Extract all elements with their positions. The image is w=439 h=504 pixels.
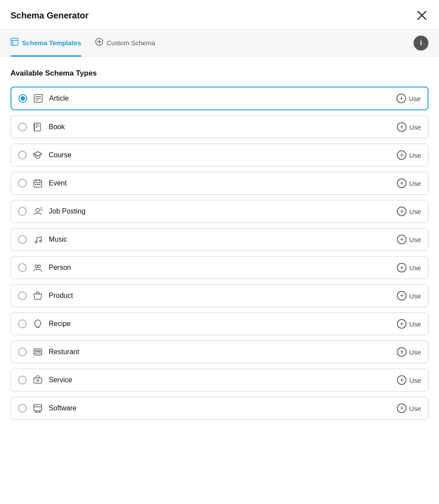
schema-item-service[interactable]: Service + Use	[11, 369, 428, 392]
use-software-label: Use	[409, 405, 421, 412]
use-article-button[interactable]: + Use	[396, 94, 421, 103]
use-recipe-label: Use	[409, 320, 421, 328]
radio-music[interactable]	[18, 235, 27, 244]
svg-rect-31	[35, 350, 36, 352]
use-book-label: Use	[409, 123, 421, 131]
use-restaurant-button[interactable]: + Use	[397, 347, 421, 357]
plus-circle-article-icon: +	[396, 94, 406, 103]
schema-restaurant-name: Resturant	[49, 348, 79, 356]
schema-software-name: Software	[49, 404, 76, 412]
schema-item-article[interactable]: Article + Use	[11, 87, 428, 110]
schema-item-restaurant[interactable]: Resturant + Use	[11, 341, 428, 363]
use-product-button[interactable]: + Use	[397, 291, 421, 301]
radio-person[interactable]	[18, 263, 27, 272]
use-course-label: Use	[409, 152, 421, 159]
radio-recipe[interactable]	[18, 319, 27, 328]
tab-schema-templates[interactable]: Schema Templates	[11, 30, 81, 57]
plus-circle-icon	[95, 38, 103, 47]
use-course-button[interactable]: + Use	[397, 150, 421, 160]
schema-book-name: Book	[49, 123, 65, 131]
use-service-button[interactable]: + Use	[397, 375, 421, 385]
schema-item-music[interactable]: Music + Use	[11, 228, 428, 251]
radio-software[interactable]	[18, 404, 27, 413]
use-person-label: Use	[409, 264, 421, 272]
book-icon	[32, 122, 43, 132]
plus-circle-person-icon: +	[397, 263, 407, 272]
svg-rect-32	[37, 350, 39, 352]
radio-job-posting[interactable]	[18, 207, 27, 216]
svg-rect-12	[34, 123, 40, 131]
schema-article-name: Article	[49, 94, 68, 102]
tab-custom-schema[interactable]: Custom Schema	[95, 30, 155, 57]
plus-circle-restaurant-icon: +	[397, 347, 407, 357]
svg-rect-37	[34, 405, 42, 411]
use-book-button[interactable]: + Use	[397, 122, 421, 132]
schema-item-product[interactable]: Product + Use	[11, 284, 428, 307]
schema-course-name: Course	[49, 151, 72, 159]
info-icon: i	[420, 39, 422, 47]
section-title: Available Schema Types	[11, 69, 428, 78]
radio-book[interactable]	[18, 123, 27, 131]
svg-point-27	[35, 265, 38, 268]
radio-restaurant[interactable]	[18, 348, 27, 356]
schema-item-person[interactable]: Person + Use	[11, 256, 428, 279]
svg-rect-23	[39, 184, 40, 185]
use-music-button[interactable]: + Use	[397, 235, 421, 244]
schema-item-course[interactable]: Course + Use	[11, 144, 428, 167]
schema-person-name: Person	[49, 264, 71, 272]
plus-circle-music-icon: +	[397, 235, 407, 244]
schema-item-event[interactable]: Event + Use	[11, 172, 428, 195]
radio-course[interactable]	[18, 151, 27, 160]
schema-item-job-posting[interactable]: Job Posting + Use	[11, 200, 428, 223]
schema-music-name: Music	[49, 236, 67, 243]
use-restaurant-label: Use	[409, 348, 421, 356]
svg-point-25	[35, 241, 37, 243]
schema-item-book[interactable]: Book + Use	[11, 116, 428, 138]
schema-item-software[interactable]: Software + Use	[11, 397, 428, 420]
tabs-bar: Schema Templates Custom Schema i	[0, 29, 439, 57]
plus-circle-software-icon: +	[397, 403, 407, 413]
software-icon	[32, 403, 43, 413]
schema-item-recipe[interactable]: Recipe + Use	[11, 312, 428, 335]
schema-service-name: Service	[49, 376, 72, 384]
svg-point-28	[38, 265, 40, 268]
use-software-button[interactable]: + Use	[397, 403, 421, 413]
use-job-posting-label: Use	[409, 208, 421, 215]
plus-circle-service-icon: +	[397, 375, 407, 385]
close-button[interactable]	[415, 9, 428, 22]
plus-circle-book-icon: +	[397, 122, 407, 132]
close-icon	[417, 11, 427, 20]
use-service-label: Use	[409, 377, 421, 384]
person-icon	[32, 263, 43, 272]
svg-rect-35	[34, 378, 42, 383]
svg-point-24	[36, 208, 40, 212]
tab-custom-schema-label: Custom Schema	[107, 39, 155, 47]
product-icon	[32, 291, 43, 301]
svg-rect-21	[35, 184, 36, 185]
schema-recipe-name: Recipe	[49, 320, 71, 328]
app-container: Schema Generator Schema Templates	[0, 0, 439, 430]
info-button[interactable]: i	[414, 36, 428, 51]
template-icon	[11, 38, 18, 47]
job-icon	[32, 207, 43, 216]
radio-event[interactable]	[18, 179, 27, 188]
use-product-label: Use	[409, 292, 421, 300]
plus-circle-job-icon: +	[397, 207, 407, 216]
use-person-button[interactable]: + Use	[397, 263, 421, 272]
use-event-label: Use	[409, 180, 421, 187]
radio-product[interactable]	[18, 291, 27, 300]
radio-service[interactable]	[18, 376, 27, 384]
svg-rect-2	[11, 38, 18, 45]
use-recipe-button[interactable]: + Use	[397, 319, 421, 329]
main-content: Available Schema Types Article	[0, 57, 439, 430]
radio-article[interactable]	[18, 94, 27, 103]
page-title: Schema Generator	[11, 11, 89, 21]
use-job-posting-button[interactable]: + Use	[397, 207, 421, 216]
recipe-icon	[32, 319, 43, 329]
tab-schema-templates-label: Schema Templates	[22, 39, 81, 47]
svg-point-26	[40, 240, 41, 242]
svg-rect-22	[37, 184, 39, 185]
restaurant-icon	[32, 347, 43, 357]
use-event-button[interactable]: + Use	[397, 178, 421, 188]
music-icon	[32, 235, 43, 244]
